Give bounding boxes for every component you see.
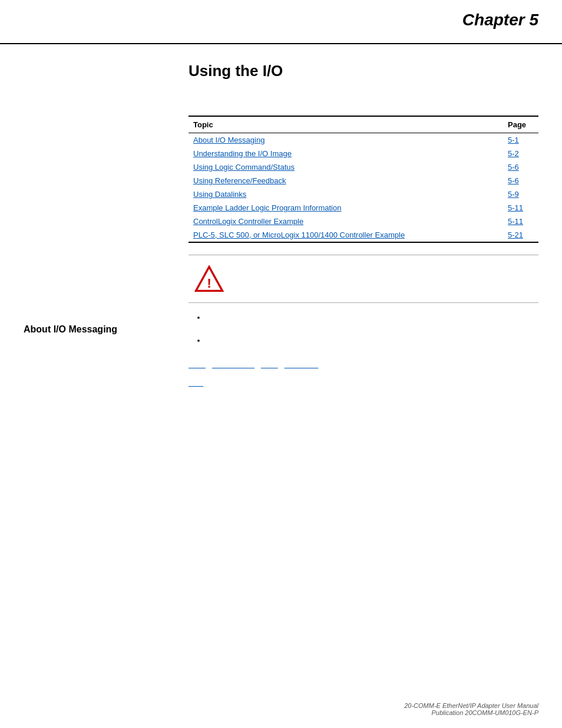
page-title: Using the I/O [189, 62, 538, 80]
toc-page-link-5[interactable]: 5-11 [508, 203, 523, 212]
toc-topic-cell: ControlLogix Controller Example [189, 215, 503, 228]
toc-page-link-2[interactable]: 5-6 [508, 163, 519, 172]
footer-line2: Publication 20COMM-UM010G-EN-P [404, 709, 538, 716]
toc-page-link-0[interactable]: 5-1 [508, 136, 519, 144]
toc-table: Topic Page About I/O Messaging5-1Underst… [189, 116, 538, 243]
inline-link-1[interactable] [189, 360, 206, 369]
toc-topic-cell: Understanding the I/O Image [189, 147, 503, 160]
toc-page-cell: 5-1 [503, 133, 538, 147]
inline-link-2[interactable] [212, 360, 254, 369]
toc-page-cell: 5-6 [503, 160, 538, 174]
toc-page-cell: 5-2 [503, 147, 538, 160]
toc-page-cell: 5-11 [503, 201, 538, 215]
chapter-title: Chapter 5 [462, 11, 538, 29]
inline-links-2 [189, 376, 538, 390]
toc-page-cell: 5-21 [503, 228, 538, 242]
bullet-list [206, 312, 538, 347]
toc-page-link-3[interactable]: 5-6 [508, 176, 519, 185]
toc-row: ControlLogix Controller Example5-11 [189, 215, 538, 228]
toc-row: Example Ladder Logic Program Information… [189, 201, 538, 215]
toc-link-2[interactable]: Using Logic Command/Status [193, 163, 295, 172]
toc-page-cell: 5-6 [503, 174, 538, 187]
toc-row: Understanding the I/O Image5-2 [189, 147, 538, 160]
toc-link-3[interactable]: Using Reference/Feedback [193, 176, 286, 185]
bullet-item-1 [206, 312, 538, 324]
toc-topic-header: Topic [189, 116, 503, 133]
warning-triangle-icon: ! [194, 264, 224, 294]
toc-page-link-4[interactable]: 5-9 [508, 190, 519, 199]
footer-line1: 20-COMM-E EtherNet/IP Adapter User Manua… [404, 702, 538, 709]
toc-page-cell: 5-9 [503, 187, 538, 201]
bullet-item-2 [206, 335, 538, 347]
toc-row: About I/O Messaging5-1 [189, 133, 538, 147]
toc-link-6[interactable]: ControlLogix Controller Example [193, 217, 303, 226]
toc-page-link-1[interactable]: 5-2 [508, 149, 519, 158]
toc-row: PLC-5, SLC 500, or MicroLogix 1100/1400 … [189, 228, 538, 242]
toc-row: Using Reference/Feedback5-6 [189, 174, 538, 187]
toc-page-cell: 5-11 [503, 215, 538, 228]
toc-link-7[interactable]: PLC-5, SLC 500, or MicroLogix 1100/1400 … [193, 230, 405, 239]
toc-row: Using Logic Command/Status5-6 [189, 160, 538, 174]
toc-topic-cell: Using Datalinks [189, 187, 503, 201]
toc-row: Using Datalinks5-9 [189, 187, 538, 201]
toc-link-1[interactable]: Understanding the I/O Image [193, 149, 292, 158]
toc-topic-cell: Using Logic Command/Status [189, 160, 503, 174]
inline-link-5[interactable] [189, 378, 203, 387]
inline-link-4[interactable] [285, 360, 319, 369]
toc-link-4[interactable]: Using Datalinks [193, 190, 246, 199]
footer: 20-COMM-E EtherNet/IP Adapter User Manua… [404, 702, 538, 716]
main-content: Using the I/O Topic Page About I/O Messa… [0, 44, 562, 394]
toc-topic-cell: PLC-5, SLC 500, or MicroLogix 1100/1400 … [189, 228, 503, 242]
warning-section: ! [189, 255, 538, 303]
svg-text:!: ! [207, 276, 211, 291]
toc-topic-cell: About I/O Messaging [189, 133, 503, 147]
toc-container: Topic Page About I/O Messaging5-1Underst… [189, 116, 538, 243]
toc-topic-cell: Using Reference/Feedback [189, 174, 503, 187]
inline-link-3[interactable] [261, 360, 278, 369]
toc-page-link-6[interactable]: 5-11 [508, 217, 523, 226]
header: Chapter 5 [0, 0, 562, 44]
inline-links-1 [189, 358, 538, 371]
toc-page-header: Page [503, 116, 538, 133]
toc-link-5[interactable]: Example Ladder Logic Program Information [193, 203, 341, 212]
toc-page-link-7[interactable]: 5-21 [508, 230, 523, 239]
toc-link-0[interactable]: About I/O Messaging [193, 136, 265, 144]
toc-topic-cell: Example Ladder Logic Program Information [189, 201, 503, 215]
